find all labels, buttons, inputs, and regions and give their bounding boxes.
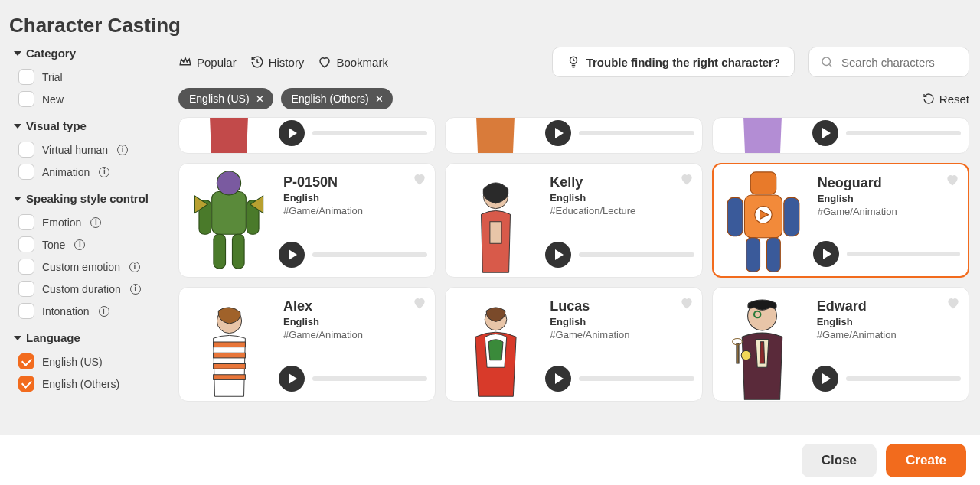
character-card[interactable]: EdwardEnglish#Game/Animation	[712, 287, 969, 402]
audio-progress[interactable]	[579, 376, 694, 381]
tab-bookmark[interactable]: Bookmark	[318, 55, 388, 69]
filter-item[interactable]: Animationi	[14, 161, 165, 183]
filter-item[interactable]: Custom emotioni	[14, 256, 165, 278]
play-button[interactable]	[545, 242, 571, 268]
filter-item[interactable]: Tonei	[14, 233, 165, 256]
play-button[interactable]	[812, 120, 838, 146]
svg-rect-14	[783, 197, 799, 236]
bookmark-heart-icon[interactable]	[679, 295, 694, 311]
checkbox[interactable]	[18, 91, 34, 107]
search-input[interactable]	[841, 56, 958, 69]
filter-chip[interactable]: English (Others)✕	[281, 88, 393, 109]
filter-item-label: Tone	[42, 239, 65, 251]
bookmark-heart-icon[interactable]	[679, 171, 694, 187]
play-button[interactable]	[545, 366, 571, 392]
play-button[interactable]	[279, 120, 305, 146]
filter-item[interactable]: Trial	[14, 66, 165, 88]
tab-label: Bookmark	[336, 56, 388, 69]
character-tag: #Game/Animation	[818, 206, 960, 217]
checkbox[interactable]	[18, 259, 34, 275]
svg-rect-2	[212, 191, 247, 234]
filter-item[interactable]: New	[14, 88, 165, 110]
filter-heading[interactable]: Category	[14, 47, 165, 60]
bookmark-heart-icon[interactable]	[412, 171, 427, 187]
play-button[interactable]	[279, 242, 305, 268]
character-card[interactable]	[178, 117, 436, 154]
character-language: English	[283, 316, 427, 327]
svg-point-25	[741, 350, 751, 360]
info-icon[interactable]: i	[74, 239, 85, 250]
filter-item[interactable]: Custom durationi	[14, 278, 165, 300]
tab-history[interactable]: History	[250, 55, 305, 69]
character-card[interactable]: LucasEnglish#Game/Animation	[445, 287, 702, 402]
checkbox[interactable]	[18, 214, 34, 230]
checkbox[interactable]	[18, 69, 34, 85]
checkbox[interactable]	[18, 236, 34, 252]
filter-heading[interactable]: Language	[14, 331, 165, 344]
character-tag: #Education/Lecture	[550, 205, 694, 216]
filter-heading[interactable]: Speaking style control	[14, 192, 165, 205]
audio-progress[interactable]	[312, 131, 427, 135]
chip-label: English (Others)	[292, 93, 369, 105]
character-card[interactable]: AlexEnglish#Game/Animation	[178, 287, 436, 402]
character-card[interactable]: NeoguardEnglish#Game/Animation	[712, 163, 969, 278]
info-icon[interactable]: i	[130, 284, 141, 295]
character-card[interactable]	[712, 117, 969, 154]
top-bar: Popular History Bookmark Trouble finding…	[178, 47, 969, 77]
filter-chip[interactable]: English (US)✕	[178, 88, 273, 109]
audio-progress[interactable]	[312, 376, 427, 381]
info-icon[interactable]: i	[99, 167, 109, 177]
filter-item-label: Trial	[42, 71, 63, 83]
character-card[interactable]: P-0150NEnglish#Game/Animation	[178, 163, 436, 278]
checkbox[interactable]	[18, 303, 34, 319]
filter-item[interactable]: English (Others)	[14, 373, 165, 395]
audio-progress[interactable]	[579, 252, 694, 257]
filter-chips-row: English (US)✕English (Others)✕Reset	[178, 88, 969, 109]
bookmark-heart-icon[interactable]	[946, 295, 961, 311]
checkbox[interactable]	[18, 353, 34, 369]
svg-rect-16	[766, 238, 780, 272]
play-button[interactable]	[813, 241, 839, 267]
filter-item[interactable]: Virtual humani	[14, 138, 165, 161]
filter-item-label: Custom duration	[42, 283, 121, 295]
info-icon[interactable]: i	[90, 217, 101, 228]
create-button[interactable]: Create	[886, 444, 966, 477]
checkbox[interactable]	[18, 376, 34, 392]
help-button[interactable]: Trouble finding the right character?	[552, 47, 795, 77]
checkbox[interactable]	[18, 164, 34, 180]
audio-progress[interactable]	[312, 252, 427, 257]
filter-heading[interactable]: Visual type	[14, 119, 165, 132]
audio-progress[interactable]	[846, 376, 961, 381]
bookmark-heart-icon[interactable]	[945, 172, 960, 187]
svg-rect-26	[737, 343, 739, 363]
info-icon[interactable]: i	[129, 262, 140, 272]
character-portrait	[179, 288, 279, 401]
play-button[interactable]	[279, 366, 305, 392]
character-language: English	[283, 192, 427, 203]
reset-button[interactable]: Reset	[923, 93, 969, 106]
character-language: English	[550, 192, 694, 203]
filter-item[interactable]: Emotioni	[14, 211, 165, 233]
close-button[interactable]: Close	[802, 444, 877, 477]
search-box[interactable]	[808, 47, 969, 77]
audio-progress[interactable]	[579, 131, 694, 135]
character-card[interactable]: KellyEnglish#Education/Lecture	[445, 163, 702, 278]
search-icon	[820, 55, 834, 69]
info-icon[interactable]: i	[99, 306, 109, 317]
info-icon[interactable]: i	[117, 145, 128, 155]
filter-item[interactable]: Intonationi	[14, 300, 165, 322]
close-icon[interactable]: ✕	[375, 93, 384, 105]
reset-label: Reset	[939, 93, 969, 106]
audio-progress[interactable]	[847, 252, 960, 256]
character-card[interactable]	[445, 117, 702, 154]
play-button[interactable]	[545, 120, 571, 146]
filter-item[interactable]: English (US)	[14, 350, 165, 373]
checkbox[interactable]	[18, 142, 34, 158]
close-icon[interactable]: ✕	[256, 93, 264, 105]
audio-progress[interactable]	[846, 131, 961, 135]
bookmark-heart-icon[interactable]	[412, 295, 427, 311]
play-button[interactable]	[812, 366, 838, 392]
tab-popular[interactable]: Popular	[178, 55, 237, 69]
svg-rect-21	[213, 375, 245, 380]
checkbox[interactable]	[18, 281, 34, 297]
